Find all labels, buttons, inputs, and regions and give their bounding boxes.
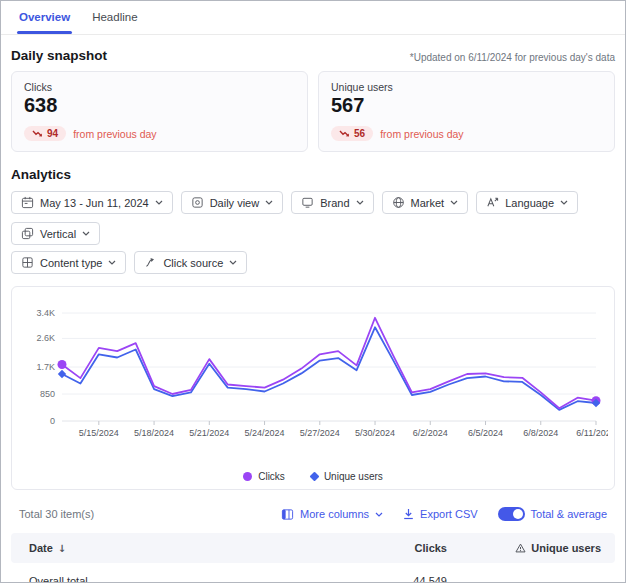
column-header-date[interactable]: Date ↓ xyxy=(11,542,315,554)
view-granularity-filter[interactable]: Daily view xyxy=(181,191,284,214)
date-range-label: May 13 - Jun 11, 2024 xyxy=(40,197,149,209)
more-columns-button[interactable]: More columns xyxy=(281,508,383,521)
translate-icon xyxy=(486,196,499,209)
chevron-down-icon xyxy=(155,200,163,205)
view-granularity-label: Daily view xyxy=(210,197,260,209)
total-average-toggle-group: Total & average xyxy=(498,507,607,521)
column-header-clicks[interactable]: Clicks xyxy=(315,542,465,554)
dashboard-page: Overview Headline Daily snapshot *Update… xyxy=(0,0,626,583)
trend-down-icon xyxy=(339,130,350,138)
warning-triangle-icon xyxy=(515,543,526,553)
market-filter[interactable]: Market xyxy=(382,191,469,214)
updated-note: *Updated on 6/11/2024 for previous day's… xyxy=(410,52,615,63)
monitor-icon xyxy=(301,196,314,209)
table-header-row: Date ↓ Clicks Unique users xyxy=(11,533,615,563)
content-type-filter[interactable]: Content type xyxy=(11,251,126,274)
snapshot-cards: Clicks 638 94 from previous day Unique u… xyxy=(11,71,615,152)
more-columns-label: More columns xyxy=(300,508,369,520)
clicks-delta-suffix: from previous day xyxy=(73,128,156,140)
tab-headline[interactable]: Headline xyxy=(92,11,137,34)
svg-text:2.6K: 2.6K xyxy=(36,333,55,343)
filter-row-2: Content type Click source xyxy=(11,251,615,274)
date-header-label: Date xyxy=(29,542,53,554)
click-source-filter[interactable]: Click source xyxy=(134,251,247,274)
language-label: Language xyxy=(505,197,554,209)
legend-item-clicks[interactable]: Clicks xyxy=(243,471,285,482)
sort-descending-icon: ↓ xyxy=(58,543,66,554)
grid-icon xyxy=(21,256,34,269)
total-average-toggle[interactable] xyxy=(498,507,525,521)
filter-row-1: May 13 - Jun 11, 2024 Daily view Brand M… xyxy=(11,191,615,245)
chevron-down-icon xyxy=(560,200,568,205)
svg-text:6/5/2024: 6/5/2024 xyxy=(468,428,503,438)
export-csv-button[interactable]: Export CSV xyxy=(403,508,477,520)
clicks-delta-badge: 94 xyxy=(24,126,66,141)
svg-text:5/15/2024: 5/15/2024 xyxy=(79,428,119,438)
svg-text:6/11/2024: 6/11/2024 xyxy=(576,428,608,438)
date-range-filter[interactable]: May 13 - Jun 11, 2024 xyxy=(11,191,173,214)
tab-bar: Overview Headline xyxy=(1,1,625,35)
export-csv-label: Export CSV xyxy=(420,508,477,520)
clicks-card: Clicks 638 94 from previous day xyxy=(11,71,308,152)
chevron-down-icon xyxy=(82,231,90,236)
category-icon xyxy=(21,227,34,240)
download-icon xyxy=(403,508,414,520)
chevron-down-icon xyxy=(375,512,383,517)
row-unique-users-value: - xyxy=(465,575,615,583)
svg-text:5/30/2024: 5/30/2024 xyxy=(355,428,395,438)
globe-icon xyxy=(392,196,405,209)
clicks-card-value: 638 xyxy=(24,94,295,117)
svg-text:0: 0 xyxy=(50,416,55,426)
unique-users-legend-label: Unique users xyxy=(324,471,383,482)
svg-text:850: 850 xyxy=(40,389,55,399)
chevron-down-icon xyxy=(450,200,458,205)
daily-snapshot-title: Daily snapshot xyxy=(11,48,107,63)
svg-text:5/21/2024: 5/21/2024 xyxy=(189,428,229,438)
unique-users-header-label: Unique users xyxy=(531,542,601,554)
chart-legend: Clicks Unique users xyxy=(20,465,606,487)
trend-down-icon xyxy=(32,130,43,138)
table-summary: Total 30 item(s) xyxy=(19,508,94,520)
unique-users-delta-suffix: from previous day xyxy=(380,128,463,140)
click-source-label: Click source xyxy=(163,257,223,269)
analytics-chart-card: 08501.7K2.6K3.4K5/15/20245/18/20245/21/2… xyxy=(11,286,615,490)
brand-label: Brand xyxy=(320,197,349,209)
unique-users-card: Unique users 567 56 from previous day xyxy=(318,71,615,152)
vertical-filter[interactable]: Vertical xyxy=(11,222,100,245)
clicks-legend-label: Clicks xyxy=(258,471,285,482)
data-table: Date ↓ Clicks Unique users Overall total… xyxy=(11,533,615,583)
toggle-knob xyxy=(513,509,523,519)
table-toolbar: Total 30 item(s) More columns Export CSV… xyxy=(11,503,615,525)
analytics-line-chart[interactable]: 08501.7K2.6K3.4K5/15/20245/18/20245/21/2… xyxy=(20,299,608,461)
table-row-overall-total: Overall total 44,549 - xyxy=(11,563,615,583)
svg-text:5/24/2024: 5/24/2024 xyxy=(245,428,285,438)
chevron-down-icon xyxy=(108,260,116,265)
unique-users-delta-value: 56 xyxy=(354,128,365,139)
clicks-delta-value: 94 xyxy=(47,128,58,139)
chevron-down-icon xyxy=(229,260,237,265)
clicks-card-label: Clicks xyxy=(24,81,295,93)
chevron-down-icon xyxy=(265,200,273,205)
market-label: Market xyxy=(411,197,445,209)
unique-users-card-label: Unique users xyxy=(331,81,602,93)
svg-text:6/8/2024: 6/8/2024 xyxy=(523,428,558,438)
svg-text:5/27/2024: 5/27/2024 xyxy=(300,428,340,438)
language-filter[interactable]: Language xyxy=(476,191,578,214)
columns-icon xyxy=(281,508,294,521)
row-label: Overall total xyxy=(11,575,315,583)
view-icon xyxy=(191,196,204,209)
content-type-label: Content type xyxy=(40,257,102,269)
tab-overview[interactable]: Overview xyxy=(19,11,70,34)
unique-users-legend-marker xyxy=(309,471,319,481)
unique-users-card-value: 567 xyxy=(331,94,602,117)
legend-item-unique-users[interactable]: Unique users xyxy=(311,471,383,482)
clicks-legend-marker xyxy=(243,472,252,481)
chevron-down-icon xyxy=(356,200,364,205)
unique-users-delta-badge: 56 xyxy=(331,126,373,141)
column-header-unique-users[interactable]: Unique users xyxy=(465,542,615,554)
svg-text:3.4K: 3.4K xyxy=(36,308,55,318)
calendar-icon xyxy=(21,196,34,209)
analytics-title: Analytics xyxy=(11,167,71,182)
cursor-arrow-icon xyxy=(144,256,157,269)
brand-filter[interactable]: Brand xyxy=(291,191,373,214)
